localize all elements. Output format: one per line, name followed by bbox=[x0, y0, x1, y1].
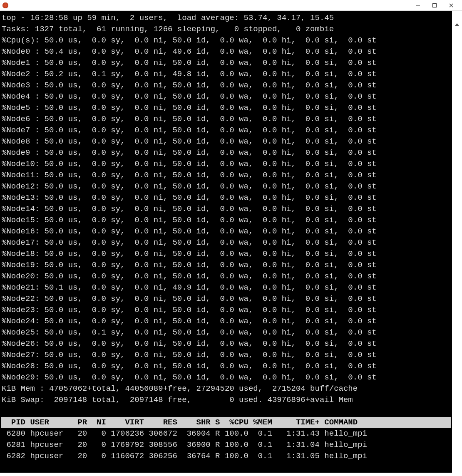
node-line: %Node3 : 50.0 us, 0.0 sy, 0.0 ni, 50.0 i… bbox=[1, 80, 451, 91]
node-line: %Node4 : 50.0 us, 0.0 sy, 0.0 ni, 50.0 i… bbox=[1, 91, 451, 102]
node-line: %Node25: 50.0 us, 0.1 sy, 0.0 ni, 50.0 i… bbox=[1, 327, 451, 338]
blank-line bbox=[1, 406, 451, 417]
node-line: %Node17: 50.0 us, 0.0 sy, 0.0 ni, 50.0 i… bbox=[1, 237, 451, 248]
node-line: %Node15: 50.0 us, 0.0 sy, 0.0 ni, 50.0 i… bbox=[1, 215, 451, 226]
app-icon bbox=[2, 2, 8, 8]
node-line: %Node14: 50.0 us, 0.0 sy, 0.0 ni, 50.0 i… bbox=[1, 203, 451, 215]
node-line: %Node23: 50.0 us, 0.0 sy, 0.0 ni, 50.0 i… bbox=[1, 305, 451, 316]
window-titlebar bbox=[0, 0, 462, 11]
node-line: %Node20: 50.0 us, 0.0 sy, 0.0 ni, 50.0 i… bbox=[1, 271, 451, 282]
svg-rect-1 bbox=[433, 3, 437, 7]
process-row: 6281 hpcuser 20 0 1769792 308556 36900 R… bbox=[1, 439, 451, 451]
terminal-output[interactable]: top - 16:28:58 up 59 min, 2 users, load … bbox=[0, 11, 452, 473]
node-line: %Node1 : 50.0 us, 0.0 sy, 0.0 ni, 50.0 i… bbox=[1, 57, 451, 69]
node-line: %Node9 : 50.0 us, 0.0 sy, 0.0 ni, 50.0 i… bbox=[1, 147, 451, 159]
node-line: %Node13: 50.0 us, 0.0 sy, 0.0 ni, 50.0 i… bbox=[1, 192, 451, 203]
node-line: %Node27: 50.0 us, 0.0 sy, 0.0 ni, 50.0 i… bbox=[1, 350, 451, 361]
node-line: %Node12: 50.0 us, 0.0 sy, 0.0 ni, 50.0 i… bbox=[1, 181, 451, 192]
node-line: %Node18: 50.0 us, 0.0 sy, 0.0 ni, 50.0 i… bbox=[1, 248, 451, 260]
node-line: %Node6 : 50.0 us, 0.0 sy, 0.0 ni, 50.0 i… bbox=[1, 114, 451, 125]
maximize-button[interactable] bbox=[426, 1, 443, 10]
process-row: 6280 hpcuser 20 0 1706236 306672 36904 R… bbox=[1, 428, 451, 439]
node-line: %Node7 : 50.0 us, 0.0 sy, 0.0 ni, 50.0 i… bbox=[1, 125, 451, 136]
tasks-line: Tasks: 1327 total, 61 running, 1266 slee… bbox=[1, 24, 451, 35]
node-line: %Node19: 50.0 us, 0.0 sy, 0.0 ni, 50.0 i… bbox=[1, 260, 451, 271]
node-line: %Node24: 50.0 us, 0.0 sy, 0.0 ni, 50.0 i… bbox=[1, 316, 451, 327]
swap-line: KiB Swap: 2097148 total, 2097148 free, 0… bbox=[1, 394, 451, 406]
node-line: %Node8 : 50.0 us, 0.0 sy, 0.0 ni, 50.0 i… bbox=[1, 136, 451, 147]
cpu-line: %Cpu(s): 50.0 us, 0.0 sy, 0.0 ni, 50.0 i… bbox=[1, 35, 451, 46]
node-line: %Node29: 50.0 us, 0.0 sy, 0.0 ni, 50.0 i… bbox=[1, 372, 451, 383]
node-line: %Node11: 50.0 us, 0.0 sy, 0.0 ni, 50.0 i… bbox=[1, 170, 451, 181]
node-line: %Node10: 50.0 us, 0.0 sy, 0.0 ni, 50.0 i… bbox=[1, 159, 451, 170]
node-line: %Node0 : 50.4 us, 0.0 sy, 0.0 ni, 49.6 i… bbox=[1, 46, 451, 57]
top-summary-line: top - 16:28:58 up 59 min, 2 users, load … bbox=[1, 12, 451, 24]
scrollbar[interactable] bbox=[452, 22, 462, 476]
node-line: %Node2 : 50.2 us, 0.1 sy, 0.0 ni, 49.8 i… bbox=[1, 69, 451, 80]
node-line: %Node26: 50.0 us, 0.0 sy, 0.0 ni, 50.0 i… bbox=[1, 338, 451, 350]
node-line: %Node21: 50.1 us, 0.0 sy, 0.0 ni, 49.9 i… bbox=[1, 282, 451, 293]
mem-line: KiB Mem : 47057062+total, 44056089+free,… bbox=[1, 383, 451, 394]
close-button[interactable] bbox=[443, 1, 460, 10]
minimize-button[interactable] bbox=[410, 1, 426, 10]
process-table-header: PID USER PR NI VIRT RES SHR S %CPU %MEM … bbox=[1, 417, 451, 428]
node-line: %Node5 : 50.0 us, 0.0 sy, 0.0 ni, 50.0 i… bbox=[1, 102, 451, 114]
node-line: %Node16: 50.0 us, 0.0 sy, 0.0 ni, 50.0 i… bbox=[1, 226, 451, 237]
node-line: %Node22: 50.0 us, 0.0 sy, 0.0 ni, 50.0 i… bbox=[1, 293, 451, 305]
process-row: 6282 hpcuser 20 0 1160672 306256 36764 R… bbox=[1, 451, 451, 462]
scroll-up-icon[interactable] bbox=[455, 23, 459, 26]
node-line: %Node28: 50.0 us, 0.0 sy, 0.0 ni, 50.0 i… bbox=[1, 361, 451, 372]
